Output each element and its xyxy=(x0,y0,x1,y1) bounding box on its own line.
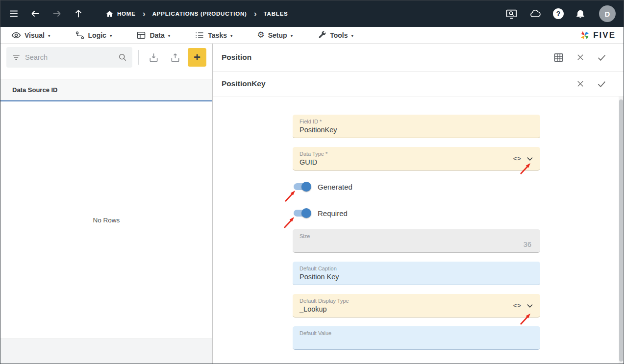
search-icon[interactable] xyxy=(118,52,127,62)
check-icon xyxy=(597,52,607,63)
size-label: Size xyxy=(300,233,310,239)
generated-toggle-row: Generated xyxy=(294,179,540,194)
bell-icon xyxy=(575,8,586,19)
default-value-input[interactable]: Default Value xyxy=(293,326,540,350)
chevron-right-icon: › xyxy=(143,9,146,18)
menu-setup[interactable]: ⚙ Setup ▾ xyxy=(257,31,293,39)
hamburger-menu-button[interactable] xyxy=(8,8,19,19)
required-toggle[interactable] xyxy=(294,208,311,218)
menu-setup-label: Setup xyxy=(268,31,287,39)
menu-data-label: Data xyxy=(150,31,164,39)
five-logo-text: FIVE xyxy=(593,30,616,40)
monitor-search-icon xyxy=(505,8,518,20)
close-field-button[interactable] xyxy=(576,79,585,88)
download-icon xyxy=(148,52,159,63)
breadcrumb-tables[interactable]: TABLES xyxy=(264,11,288,17)
chevron-down-icon[interactable] xyxy=(524,300,535,311)
field-id-label: Field ID * xyxy=(300,119,322,124)
close-icon xyxy=(576,79,585,88)
grid-footer xyxy=(0,339,212,364)
chevron-down-icon: ▾ xyxy=(48,32,50,38)
import-button[interactable] xyxy=(145,49,162,66)
save-field-button[interactable] xyxy=(597,79,607,89)
close-record-button[interactable] xyxy=(576,53,585,62)
add-button[interactable]: + xyxy=(188,48,206,67)
chevron-down-icon: ▾ xyxy=(168,32,171,38)
generated-toggle[interactable] xyxy=(294,182,311,192)
size-value: 36 xyxy=(524,241,531,248)
help-icon: ? xyxy=(553,8,564,19)
default-value-label: Default Value xyxy=(300,330,331,336)
filter-icon[interactable] xyxy=(11,52,21,62)
breadcrumb-applications[interactable]: APPLICATIONS (PRODUCTION) xyxy=(152,11,247,17)
size-input: Size 36 xyxy=(293,229,540,253)
default-caption-input[interactable]: Default Caption Position Key xyxy=(293,262,540,285)
cloud-icon xyxy=(529,8,542,20)
menu-tasks-label: Tasks xyxy=(208,31,227,39)
avatar[interactable]: D xyxy=(599,5,616,22)
menu-data[interactable]: Data ▾ xyxy=(136,30,170,40)
field-form: Field ID * PositionKey Data Type * GUID … xyxy=(293,97,540,359)
menu-tools[interactable]: Tools ▾ xyxy=(317,30,353,40)
chevron-right-icon: › xyxy=(254,9,257,18)
chevron-down-icon[interactable] xyxy=(524,153,535,164)
menu-tools-label: Tools xyxy=(330,31,348,39)
record-title: Position xyxy=(222,53,251,62)
search-input[interactable] xyxy=(25,53,114,61)
back-button[interactable] xyxy=(30,8,41,19)
help-glyph: ? xyxy=(556,10,561,18)
field-editor-header: PositionKey xyxy=(213,72,624,97)
logic-branch-icon xyxy=(75,30,85,40)
arrow-right-icon xyxy=(51,8,62,19)
data-type-value: GUID xyxy=(300,158,317,166)
help-button[interactable]: ? xyxy=(553,8,564,19)
chevron-down-icon: ▾ xyxy=(110,32,112,38)
toolbar-divider xyxy=(138,50,139,65)
gear-icon: ⚙ xyxy=(257,31,265,39)
menu-tasks[interactable]: Tasks ▾ xyxy=(195,30,232,40)
data-type-select[interactable]: Data Type * GUID <> xyxy=(293,147,540,170)
menu-visual-label: Visual xyxy=(25,31,45,39)
generated-toggle-label: Generated xyxy=(318,183,352,191)
grid-body: No Rows xyxy=(0,101,212,339)
required-toggle-label: Required xyxy=(318,209,348,218)
hamburger-icon xyxy=(8,8,19,19)
notifications-button[interactable] xyxy=(575,8,586,19)
column-header-data-source-id[interactable]: Data Source ID xyxy=(0,79,212,101)
empty-state-text: No Rows xyxy=(93,217,120,224)
cloud-button[interactable] xyxy=(529,8,542,20)
menu-logic[interactable]: Logic ▾ xyxy=(75,30,112,40)
breadcrumb: HOME › APPLICATIONS (PRODUCTION) › TABLE… xyxy=(105,9,288,18)
wrench-icon xyxy=(317,30,326,40)
toggle-knob xyxy=(301,208,311,218)
grid-icon xyxy=(553,52,564,63)
plus-icon: + xyxy=(194,50,200,64)
chevron-down-icon: ▾ xyxy=(291,32,293,38)
search-box[interactable] xyxy=(6,47,132,68)
breadcrumb-home[interactable]: HOME xyxy=(105,10,136,18)
home-icon xyxy=(105,10,114,18)
forward-button[interactable] xyxy=(51,8,62,19)
code-icon[interactable]: <> xyxy=(513,302,522,309)
eye-icon xyxy=(11,30,21,40)
vertical-scrollbar[interactable] xyxy=(619,97,624,364)
upload-icon xyxy=(170,52,181,63)
code-icon[interactable]: <> xyxy=(513,155,522,162)
default-display-type-label: Default Display Type xyxy=(300,298,349,304)
table-view-button[interactable] xyxy=(553,52,564,63)
column-header-label: Data Source ID xyxy=(12,86,57,94)
top-bar: HOME › APPLICATIONS (PRODUCTION) › TABLE… xyxy=(0,0,624,27)
menu-visual[interactable]: Visual ▾ xyxy=(11,30,50,40)
tasks-list-icon xyxy=(195,30,204,40)
app-window: HOME › APPLICATIONS (PRODUCTION) › TABLE… xyxy=(0,0,624,364)
default-display-type-select[interactable]: Default Display Type _Lookup <> xyxy=(293,294,540,317)
scrollbar-thumb[interactable] xyxy=(619,99,623,362)
five-logo: FIVE xyxy=(579,30,616,41)
up-button[interactable] xyxy=(73,8,84,19)
field-editor-title: PositionKey xyxy=(222,79,266,88)
preview-button[interactable] xyxy=(505,8,518,20)
data-type-label: Data Type * xyxy=(300,151,327,157)
save-record-button[interactable] xyxy=(597,52,607,63)
field-id-input[interactable]: Field ID * PositionKey xyxy=(293,115,540,138)
export-button[interactable] xyxy=(166,49,184,66)
